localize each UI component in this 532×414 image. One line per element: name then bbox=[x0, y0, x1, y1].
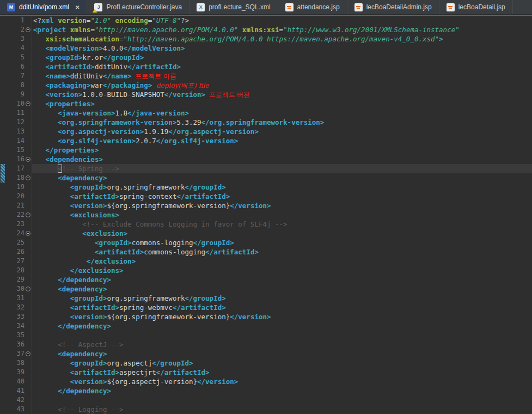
line-number[interactable]: 20 bbox=[5, 192, 25, 201]
code-line[interactable]: 24 <exclusion> bbox=[0, 229, 532, 238]
line-number[interactable]: 15 bbox=[5, 145, 25, 155]
collapse-icon[interactable] bbox=[26, 351, 30, 356]
close-icon[interactable]: ✕ bbox=[75, 4, 80, 10]
line-number[interactable]: 27 bbox=[5, 257, 25, 266]
code-line[interactable]: 10 <properties> bbox=[0, 99, 532, 108]
line-number[interactable]: 1 bbox=[5, 16, 25, 25]
code-text[interactable]: xsi:schemaLocation="http://maven.apache.… bbox=[32, 34, 532, 44]
code-text[interactable]: <dependency> bbox=[32, 284, 532, 294]
line-number[interactable]: 29 bbox=[5, 275, 25, 284]
line-number[interactable]: 23 bbox=[5, 220, 25, 229]
code-text[interactable]: </exclusion> bbox=[32, 257, 532, 266]
collapse-icon[interactable] bbox=[26, 27, 30, 32]
line-number[interactable]: 43 bbox=[5, 405, 25, 414]
code-text[interactable]: <modelVersion>4.0.0</modelVersion> bbox=[32, 44, 532, 53]
code-line[interactable]: 35 bbox=[0, 331, 532, 340]
code-line[interactable]: 25 <groupId>commons-logging</groupId> bbox=[0, 238, 532, 247]
collapse-icon[interactable] bbox=[26, 175, 30, 180]
code-line[interactable]: 38 <groupId>org.aspectj</groupId> bbox=[0, 358, 532, 368]
line-number[interactable]: 11 bbox=[5, 108, 25, 118]
line-number[interactable]: 24 bbox=[5, 229, 25, 238]
code-text[interactable]: <org.aspectj-version>1.9.19</org.aspectj… bbox=[32, 127, 532, 136]
code-line[interactable]: 4 <modelVersion>4.0.0</modelVersion> bbox=[0, 44, 532, 53]
code-text[interactable]: <dependency> bbox=[32, 349, 532, 358]
code-line[interactable]: 13 <org.aspectj-version>1.9.19</org.aspe… bbox=[0, 127, 532, 136]
code-text[interactable]: <groupId>org.springframework</groupId> bbox=[32, 182, 532, 192]
code-text[interactable]: <java-version>1.8</java-version> bbox=[32, 108, 532, 118]
code-text[interactable]: <?xml version="1.0" encoding="UTF-8"?> bbox=[32, 16, 532, 25]
code-text[interactable]: </dependency> bbox=[32, 275, 532, 284]
collapse-icon[interactable] bbox=[26, 212, 30, 217]
code-text[interactable]: <properties> bbox=[32, 99, 532, 108]
line-number[interactable]: 28 bbox=[5, 266, 25, 275]
line-number[interactable]: 17 bbox=[5, 164, 25, 173]
code-text[interactable] bbox=[32, 331, 532, 340]
line-number[interactable]: 5 bbox=[5, 53, 25, 62]
code-text[interactable]: <project xmlns="http://maven.apache.org/… bbox=[32, 25, 532, 34]
code-text[interactable]: <artifactId>aspectjrt</artifactId> bbox=[32, 368, 532, 377]
code-text[interactable]: <!-- Logging --> bbox=[32, 405, 532, 414]
code-line[interactable]: 16 <dependencies> bbox=[0, 155, 532, 164]
code-text[interactable]: <version>${org.aspectj-version}</version… bbox=[32, 377, 532, 386]
code-line[interactable]: 29 </dependency> bbox=[0, 275, 532, 284]
code-line[interactable]: 37 <dependency> bbox=[0, 349, 532, 358]
code-text[interactable]: <!-- Spring --> bbox=[32, 164, 532, 173]
code-line[interactable]: 43 <!-- Logging --> bbox=[0, 405, 532, 414]
line-number[interactable]: 3 bbox=[5, 34, 25, 44]
code-line[interactable]: 36 <!-- AspectJ --> bbox=[0, 340, 532, 349]
editor-tab[interactable]: MdditUniv/pom.xml✕ bbox=[0, 0, 87, 14]
code-text[interactable]: <groupId>kr.or</groupId> bbox=[32, 53, 532, 62]
line-number[interactable]: 14 bbox=[5, 136, 25, 145]
code-line[interactable]: 42 bbox=[0, 395, 532, 405]
code-line[interactable]: 34 </dependency> bbox=[0, 321, 532, 331]
code-line[interactable]: 20 <artifactId>spring-context</artifactI… bbox=[0, 192, 532, 201]
code-line[interactable]: 15 </properties> bbox=[0, 145, 532, 155]
code-line[interactable]: 27 </exclusion> bbox=[0, 257, 532, 266]
code-text[interactable]: <version>${org.springframework-version}<… bbox=[32, 201, 532, 210]
line-number[interactable]: 41 bbox=[5, 386, 25, 395]
code-line[interactable]: 12 <org.springframework-version>5.3.29</… bbox=[0, 118, 532, 127]
line-number[interactable]: 6 bbox=[5, 62, 25, 71]
line-number[interactable]: 19 bbox=[5, 182, 25, 192]
collapse-icon[interactable] bbox=[26, 101, 30, 106]
line-number[interactable]: 8 bbox=[5, 81, 25, 90]
code-text[interactable]: <version>1.0.0-BUILD-SNAPSHOT</version> … bbox=[32, 90, 532, 99]
line-number[interactable]: 35 bbox=[5, 331, 25, 340]
code-line[interactable]: 33 <version>${org.springframework-versio… bbox=[0, 312, 532, 321]
line-number[interactable]: 42 bbox=[5, 395, 25, 405]
code-line[interactable]: 41 </dependency> bbox=[0, 386, 532, 395]
code-text[interactable]: </exclusions> bbox=[32, 266, 532, 275]
line-number[interactable]: 37 bbox=[5, 349, 25, 358]
code-line[interactable]: 8 <packaging>war</packaging> deploy(배포) … bbox=[0, 81, 532, 90]
code-line[interactable]: 14 <org.slf4j-version>2.0.7</org.slf4j-v… bbox=[0, 136, 532, 145]
code-line[interactable]: 3 xsi:schemaLocation="http://maven.apach… bbox=[0, 34, 532, 44]
code-text[interactable]: <artifactId>dditUniv</artifactId> bbox=[32, 62, 532, 71]
code-text[interactable]: <artifactId>spring-context</artifactId> bbox=[32, 192, 532, 201]
editor-tab[interactable]: XprofLecture_SQL.xml bbox=[189, 0, 278, 14]
code-line[interactable]: 7 <name>dditUniv</name> 프로젝트 이름 bbox=[0, 71, 532, 81]
code-text[interactable]: <org.slf4j-version>2.0.7</org.slf4j-vers… bbox=[32, 136, 532, 145]
line-number[interactable]: 38 bbox=[5, 358, 25, 368]
line-number[interactable]: 7 bbox=[5, 71, 25, 81]
line-number[interactable]: 31 bbox=[5, 294, 25, 303]
line-number[interactable]: 2 bbox=[5, 25, 25, 34]
code-text[interactable]: <exclusions> bbox=[32, 210, 532, 220]
code-line[interactable]: 9 <version>1.0.0-BUILD-SNAPSHOT</version… bbox=[0, 90, 532, 99]
line-number[interactable]: 30 bbox=[5, 284, 25, 294]
code-text[interactable]: <groupId>org.aspectj</groupId> bbox=[32, 358, 532, 368]
code-line[interactable]: 18 <dependency> bbox=[0, 173, 532, 182]
line-number[interactable]: 33 bbox=[5, 312, 25, 321]
line-number[interactable]: 13 bbox=[5, 127, 25, 136]
code-line[interactable]: 6 <artifactId>dditUniv</artifactId> bbox=[0, 62, 532, 71]
code-line[interactable]: 32 <artifactId>spring-webmvc</artifactId… bbox=[0, 303, 532, 312]
code-text[interactable]: <org.springframework-version>5.3.29</org… bbox=[32, 118, 532, 127]
code-line[interactable]: 21 <version>${org.springframework-versio… bbox=[0, 201, 532, 210]
code-line[interactable]: 2<project xmlns="http://maven.apache.org… bbox=[0, 25, 532, 34]
collapse-icon[interactable] bbox=[26, 287, 30, 291]
line-number[interactable]: 16 bbox=[5, 155, 25, 164]
code-line[interactable]: 19 <groupId>org.springframework</groupId… bbox=[0, 182, 532, 192]
line-number[interactable]: 34 bbox=[5, 321, 25, 331]
code-text[interactable]: <dependencies> bbox=[32, 155, 532, 164]
editor-tab[interactable]: attendance.jsp bbox=[278, 0, 347, 14]
code-line[interactable]: 23 <!-- Exclude Commons Logging in favor… bbox=[0, 220, 532, 229]
